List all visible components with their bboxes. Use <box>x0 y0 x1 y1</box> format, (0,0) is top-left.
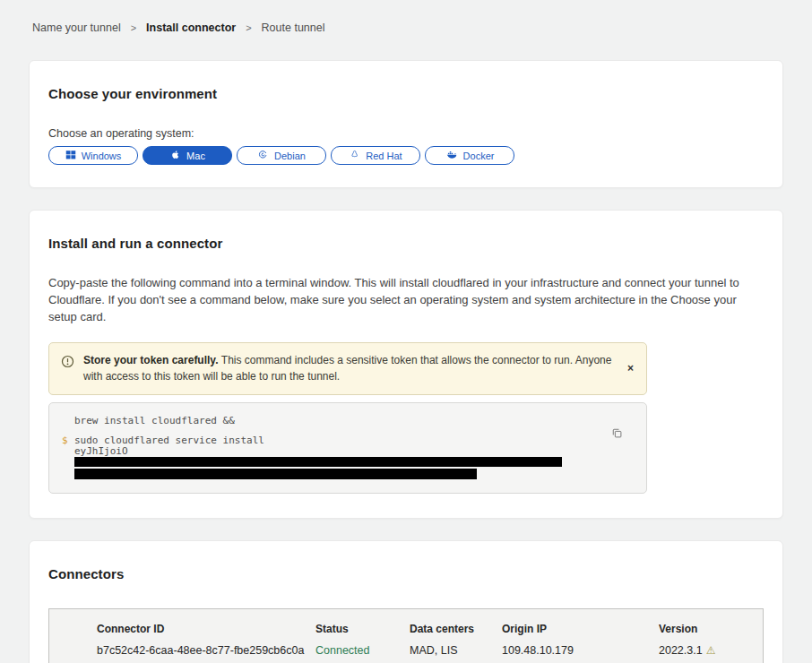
data-centers-value: MAD, LIS <box>410 644 502 657</box>
install-card: Install and run a connector Copy-paste t… <box>29 210 783 519</box>
alert-text: Store your token carefully. This command… <box>83 352 614 385</box>
code-line-brew: brew install cloudflared && <box>62 415 592 426</box>
os-button-mac[interactable]: Mac <box>143 146 232 165</box>
version-number: 2022.3.1 <box>659 644 703 657</box>
os-select-label: Choose an operating system: <box>48 127 764 140</box>
breadcrumb-separator: > <box>131 22 136 33</box>
connectors-card-title: Connectors <box>48 566 764 581</box>
os-button-label: Debian <box>274 151 306 161</box>
debian-icon <box>257 149 269 162</box>
breadcrumb-item-route-tunnel[interactable]: Route tunnel <box>262 22 325 34</box>
os-button-label: Mac <box>186 151 205 161</box>
column-header-origin-ip: Origin IP <box>502 623 659 635</box>
origin-ip-value: 109.48.10.179 <box>502 644 659 657</box>
dollar-prompt: $ <box>62 435 74 446</box>
column-header-connector-id: Connector ID <box>97 623 315 635</box>
os-button-label: Docker <box>463 151 495 161</box>
environment-card-title: Choose your environment <box>48 86 764 101</box>
connectors-card: Connectors Connector ID Status Data cent… <box>29 540 783 663</box>
column-header-data-centers: Data centers <box>410 623 502 635</box>
code-text: brew install cloudflared && <box>74 415 235 426</box>
alert-title: Store your token carefully. <box>83 354 221 366</box>
os-button-debian[interactable]: Debian <box>237 146 326 165</box>
warning-triangle-icon: ⚠ <box>706 644 716 657</box>
column-header-status: Status <box>315 623 410 635</box>
code-line-service-install: $ sudo cloudflared service install <box>62 435 592 446</box>
redaction-bar <box>74 469 477 479</box>
token-warning-alert: Store your token carefully. This command… <box>48 342 647 395</box>
os-button-redhat[interactable]: Red Hat <box>331 146 420 165</box>
os-button-label: Windows <box>82 151 122 161</box>
column-header-version: Version <box>659 623 754 635</box>
install-description: Copy-paste the following command into a … <box>48 275 764 326</box>
os-button-windows[interactable]: Windows <box>48 146 138 165</box>
redaction-bar <box>74 457 562 467</box>
redhat-icon <box>349 149 360 162</box>
alert-circle-icon <box>61 355 74 372</box>
copy-icon[interactable] <box>611 427 623 442</box>
prompt-spacer <box>62 415 74 426</box>
windows-icon <box>65 150 76 162</box>
breadcrumb-item-install-connector[interactable]: Install connector <box>146 22 236 34</box>
docker-icon <box>445 149 458 162</box>
os-button-label: Red Hat <box>366 151 402 161</box>
version-value: 2022.3.1⚠ <box>659 644 754 657</box>
os-button-docker[interactable]: Docker <box>425 146 514 165</box>
token-prefix: eyJhIjoiO <box>74 445 128 457</box>
install-card-title: Install and run a connector <box>48 236 764 251</box>
close-icon[interactable]: × <box>627 363 634 374</box>
connector-id-value: b7c52c42-6caa-48ee-8c77-fbe259cb6c0a <box>97 644 315 657</box>
connectors-table: Connector ID Status Data centers Origin … <box>48 608 764 663</box>
code-line-token: eyJhIjoiO <box>74 446 592 468</box>
breadcrumb-separator: > <box>246 22 251 33</box>
breadcrumb-item-name-tunnel[interactable]: Name your tunnel <box>32 22 121 34</box>
os-button-group: Windows Mac Debian Red Hat <box>48 146 764 165</box>
breadcrumb: Name your tunnel > Install connector > R… <box>0 0 812 34</box>
status-badge: Connected <box>315 644 410 657</box>
install-command-codeblock: brew install cloudflared && $ sudo cloud… <box>48 402 647 494</box>
apple-icon <box>169 149 181 162</box>
environment-card: Choose your environment Choose an operat… <box>29 60 783 188</box>
